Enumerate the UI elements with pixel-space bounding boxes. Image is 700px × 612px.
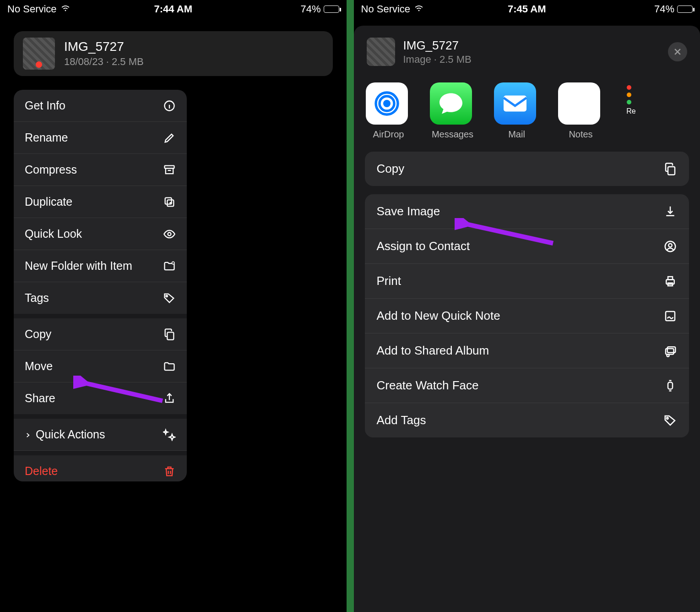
action-list-block: Save ImageAssign to ContactPrintAdd to N… xyxy=(365,194,689,437)
svg-point-23 xyxy=(667,417,668,419)
wifi-icon xyxy=(60,3,71,16)
status-battery-pct: 74% xyxy=(300,3,320,15)
sparkles-icon xyxy=(163,428,176,441)
duplicate-icon xyxy=(163,196,176,208)
share-app-messages[interactable]: Messages xyxy=(430,82,476,140)
app-label: Re xyxy=(626,107,635,115)
note-icon xyxy=(663,309,677,323)
file-thumbnail xyxy=(23,38,55,70)
chevron-right-icon xyxy=(25,428,31,441)
pencil-icon xyxy=(163,131,176,144)
close-button[interactable] xyxy=(668,42,687,61)
svg-point-21 xyxy=(667,354,669,356)
print-icon xyxy=(663,274,677,288)
svg-point-8 xyxy=(383,100,391,107)
menu-item-share[interactable]: Share xyxy=(14,382,187,414)
copy-icon xyxy=(163,328,176,341)
svg-point-4 xyxy=(168,232,171,235)
action-label: Save Image xyxy=(377,204,440,219)
action-label: Assign to Contact xyxy=(377,239,470,253)
menu-item-quick-actions[interactable]: Quick Actions xyxy=(14,419,187,451)
menu-item-tags[interactable]: Tags xyxy=(14,282,187,314)
info-icon xyxy=(163,99,176,112)
share-app-airdrop[interactable]: AirDrop xyxy=(366,82,412,140)
svg-rect-11 xyxy=(504,96,526,112)
more-icon xyxy=(622,82,640,107)
archivebox-icon xyxy=(163,164,176,176)
folder-icon xyxy=(163,360,176,373)
status-service: No Service xyxy=(7,3,57,15)
action-label: Add to New Quick Note xyxy=(377,309,500,323)
file-thumbnail xyxy=(367,38,395,66)
menu-item-label: Copy xyxy=(25,328,51,341)
action-copy[interactable]: Copy xyxy=(365,152,689,186)
action-assign-to-contact[interactable]: Assign to Contact xyxy=(365,229,689,264)
action-save-image[interactable]: Save Image xyxy=(365,194,689,229)
context-menu: Get InfoRenameCompressDuplicateQuick Loo… xyxy=(14,90,187,481)
menu-item-move[interactable]: Move xyxy=(14,350,187,382)
menu-item-rename[interactable]: Rename xyxy=(14,122,187,154)
status-battery-pct: 74% xyxy=(654,3,674,15)
status-bar: No Service 7:45 AM 74% xyxy=(354,0,700,18)
share-header: IMG_5727 Image · 2.5 MB xyxy=(354,26,700,74)
copy-label: Copy xyxy=(377,162,405,176)
copy-icon xyxy=(663,162,677,176)
menu-item-label: Rename xyxy=(25,131,68,144)
wifi-icon xyxy=(414,3,424,16)
svg-rect-7 xyxy=(167,332,174,339)
menu-item-label: New Folder with Item xyxy=(25,259,132,273)
phone-right: No Service 7:45 AM 74% IMG_5727 Image · … xyxy=(354,0,700,612)
menu-item-new-folder-with-item[interactable]: New Folder with Item xyxy=(14,250,187,282)
folderplus-icon xyxy=(163,260,176,273)
action-print[interactable]: Print xyxy=(365,264,689,299)
file-name: IMG_5727 xyxy=(64,39,144,54)
share-app-more[interactable]: Re xyxy=(622,82,640,140)
menu-item-copy[interactable]: Copy xyxy=(14,318,187,350)
action-label: Add Tags xyxy=(377,413,426,427)
action-copy-block: Copy xyxy=(365,152,689,186)
action-label: Add to Shared Album xyxy=(377,344,489,358)
menu-item-label: Tags xyxy=(25,291,49,305)
menu-item-delete[interactable]: Delete xyxy=(14,455,187,481)
share-apps-row[interactable]: AirDropMessagesMailNotesRe xyxy=(354,74,700,143)
delete-label: Delete xyxy=(25,464,58,478)
share-app-mail[interactable]: Mail xyxy=(494,82,540,140)
menu-item-compress[interactable]: Compress xyxy=(14,154,187,186)
mail-icon xyxy=(494,82,536,125)
app-label: Notes xyxy=(558,129,604,140)
person-icon xyxy=(663,240,677,253)
file-meta: Image · 2.5 MB xyxy=(403,54,472,66)
svg-point-6 xyxy=(166,295,168,297)
album-icon xyxy=(663,344,677,358)
svg-rect-12 xyxy=(668,167,675,175)
menu-item-label: Compress xyxy=(25,163,77,176)
battery-icon xyxy=(324,5,339,13)
status-service: No Service xyxy=(361,3,411,15)
action-add-tags[interactable]: Add Tags xyxy=(365,403,689,437)
status-time: 7:44 AM xyxy=(118,3,229,15)
action-label: Create Watch Face xyxy=(377,378,479,393)
menu-item-label: Get Info xyxy=(25,99,65,112)
tag-icon xyxy=(663,414,677,427)
menu-item-duplicate[interactable]: Duplicate xyxy=(14,186,187,218)
menu-item-get-info[interactable]: Get Info xyxy=(14,90,187,122)
menu-item-quick-look[interactable]: Quick Look xyxy=(14,218,187,250)
app-label: AirDrop xyxy=(366,129,412,140)
battery-icon xyxy=(677,5,693,13)
action-add-to-shared-album[interactable]: Add to Shared Album xyxy=(365,333,689,368)
app-label: Mail xyxy=(494,129,540,140)
download-icon xyxy=(663,205,677,219)
eye-icon xyxy=(163,228,176,240)
file-name: IMG_5727 xyxy=(403,38,472,53)
share-app-notes[interactable]: Notes xyxy=(558,82,604,140)
tag-icon xyxy=(163,292,176,305)
trash-icon xyxy=(163,465,176,478)
watch-icon xyxy=(663,379,677,393)
svg-rect-18 xyxy=(666,311,675,321)
svg-rect-1 xyxy=(165,165,174,168)
menu-item-label: Quick Look xyxy=(25,227,82,240)
action-add-to-new-quick-note[interactable]: Add to New Quick Note xyxy=(365,299,689,333)
quick-actions-label: Quick Actions xyxy=(36,428,105,441)
action-create-watch-face[interactable]: Create Watch Face xyxy=(365,368,689,403)
messages-icon xyxy=(430,82,472,125)
